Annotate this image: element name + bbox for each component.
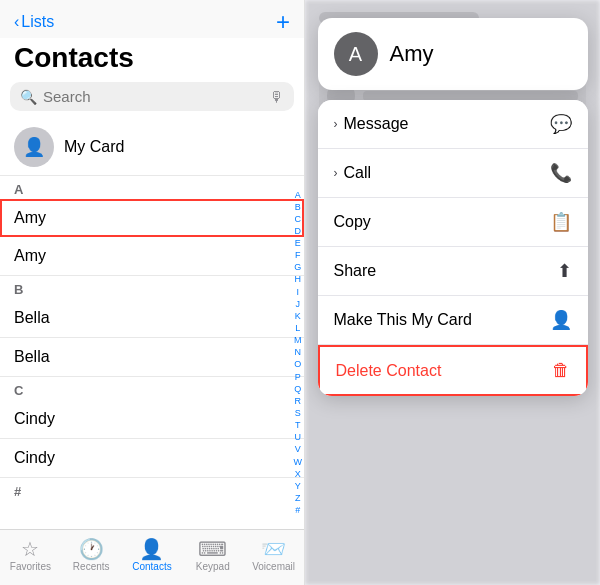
tab-keypad-label: Keypad <box>196 561 230 572</box>
contact-row[interactable]: Amy <box>0 237 304 276</box>
favorites-icon: ☆ <box>21 539 39 559</box>
message-icon: 💬 <box>550 113 572 135</box>
tab-recents-label: Recents <box>73 561 110 572</box>
contact-row[interactable]: Cindy <box>0 400 304 439</box>
menu-item-make-my-card[interactable]: Make This My Card 👤 <box>318 296 588 345</box>
alpha-d[interactable]: D <box>295 225 302 237</box>
menu-item-message-left: › Message <box>334 115 409 133</box>
alpha-r[interactable]: R <box>295 395 302 407</box>
delete-icon: 🗑 <box>552 360 570 381</box>
alpha-w[interactable]: W <box>294 456 303 468</box>
search-bar[interactable]: 🔍 🎙 <box>10 82 294 111</box>
alpha-z[interactable]: Z <box>295 492 301 504</box>
contacts-list: A Amy Amy B Bella Bella C Cindy Cindy # … <box>0 176 304 529</box>
share-icon: ⬆ <box>557 260 572 282</box>
contacts-icon: 👤 <box>139 539 164 559</box>
alpha-u[interactable]: U <box>295 431 302 443</box>
alpha-k[interactable]: K <box>295 310 301 322</box>
search-input[interactable] <box>43 88 263 105</box>
menu-label-delete: Delete Contact <box>336 362 442 380</box>
nav-bar: ‹ Lists + <box>0 0 304 38</box>
alpha-n[interactable]: N <box>295 346 302 358</box>
contact-row[interactable]: Amy <box>0 199 304 237</box>
menu-item-call[interactable]: › Call 📞 <box>318 149 588 198</box>
alpha-hash[interactable]: # <box>295 504 300 516</box>
alpha-v[interactable]: V <box>295 444 301 456</box>
alpha-j[interactable]: J <box>296 298 301 310</box>
tab-favorites-label: Favorites <box>10 561 51 572</box>
tab-contacts-label: Contacts <box>132 561 171 572</box>
alpha-p[interactable]: P <box>295 371 301 383</box>
avatar: 👤 <box>14 127 54 167</box>
tab-recents[interactable]: 🕐 Recents <box>61 539 122 572</box>
my-card-label: My Card <box>64 138 124 156</box>
alpha-q[interactable]: Q <box>294 383 301 395</box>
mic-icon: 🎙 <box>269 88 284 105</box>
context-menu: › Message 💬 › Call 📞 Copy 📋 <box>318 100 588 396</box>
section-header-c: C <box>0 377 304 400</box>
contact-row[interactable]: Cindy <box>0 439 304 478</box>
menu-item-delete-left: Delete Contact <box>336 362 442 380</box>
menu-item-share-left: Share <box>334 262 377 280</box>
menu-item-make-my-card-left: Make This My Card <box>334 311 472 329</box>
tab-favorites[interactable]: ☆ Favorites <box>0 539 61 572</box>
context-initial: A <box>349 43 362 66</box>
menu-label-message: Message <box>344 115 409 133</box>
alpha-c[interactable]: C <box>295 213 302 225</box>
alpha-y[interactable]: Y <box>295 480 301 492</box>
make-my-card-icon: 👤 <box>550 309 572 331</box>
menu-item-call-left: › Call <box>334 164 372 182</box>
menu-label-share: Share <box>334 262 377 280</box>
tab-voicemail[interactable]: 📨 Voicemail <box>243 539 304 572</box>
tab-voicemail-label: Voicemail <box>252 561 295 572</box>
alpha-e[interactable]: E <box>295 237 301 249</box>
alpha-b[interactable]: B <box>295 201 301 213</box>
alpha-g[interactable]: G <box>294 261 301 273</box>
section-header-a: A <box>0 176 304 199</box>
contact-row[interactable]: Bella <box>0 338 304 377</box>
left-panel: ‹ Lists + Contacts 🔍 🎙 👤 My Card A Amy A… <box>0 0 305 585</box>
chevron-icon-call: › <box>334 166 338 180</box>
menu-label-make-my-card: Make This My Card <box>334 311 472 329</box>
my-card-row[interactable]: 👤 My Card <box>0 119 304 176</box>
tab-contacts[interactable]: 👤 Contacts <box>122 539 183 572</box>
chevron-icon: › <box>334 117 338 131</box>
back-label[interactable]: Lists <box>21 13 54 31</box>
alpha-h[interactable]: H <box>295 274 302 286</box>
alpha-f[interactable]: F <box>295 249 301 261</box>
chevron-left-icon: ‹ <box>14 13 19 31</box>
avatar-icon: 👤 <box>23 136 45 158</box>
page-title: Contacts <box>0 38 304 82</box>
tab-keypad[interactable]: ⌨ Keypad <box>182 539 243 572</box>
section-header-hash: # <box>0 478 304 501</box>
alpha-t[interactable]: T <box>295 419 301 431</box>
context-contact-name: Amy <box>390 41 434 67</box>
alpha-x[interactable]: X <box>295 468 301 480</box>
alpha-o[interactable]: O <box>294 359 301 371</box>
menu-item-delete[interactable]: Delete Contact 🗑 <box>318 345 588 396</box>
alpha-a[interactable]: A <box>295 189 301 201</box>
alpha-l[interactable]: L <box>295 322 300 334</box>
voicemail-icon: 📨 <box>261 539 286 559</box>
tab-bar: ☆ Favorites 🕐 Recents 👤 Contacts ⌨ Keypa… <box>0 529 304 585</box>
search-icon: 🔍 <box>20 89 37 105</box>
contact-row[interactable]: Bella <box>0 299 304 338</box>
alpha-i[interactable]: I <box>296 286 299 298</box>
context-avatar: A <box>334 32 378 76</box>
alpha-s[interactable]: S <box>295 407 301 419</box>
alpha-index[interactable]: A B C D E F G H I J K L M N O P Q R S T … <box>294 189 303 517</box>
back-button[interactable]: ‹ Lists <box>14 13 54 31</box>
copy-icon: 📋 <box>550 211 572 233</box>
right-panel: A Amy › Message 💬 › Call 📞 <box>305 0 600 585</box>
keypad-icon: ⌨ <box>198 539 227 559</box>
menu-item-share[interactable]: Share ⬆ <box>318 247 588 296</box>
recents-icon: 🕐 <box>79 539 104 559</box>
menu-item-message[interactable]: › Message 💬 <box>318 100 588 149</box>
alpha-m[interactable]: M <box>294 334 302 346</box>
add-button[interactable]: + <box>276 10 290 34</box>
menu-label-copy: Copy <box>334 213 371 231</box>
menu-item-copy[interactable]: Copy 📋 <box>318 198 588 247</box>
context-header: A Amy <box>318 18 588 90</box>
menu-item-copy-left: Copy <box>334 213 371 231</box>
section-header-b: B <box>0 276 304 299</box>
